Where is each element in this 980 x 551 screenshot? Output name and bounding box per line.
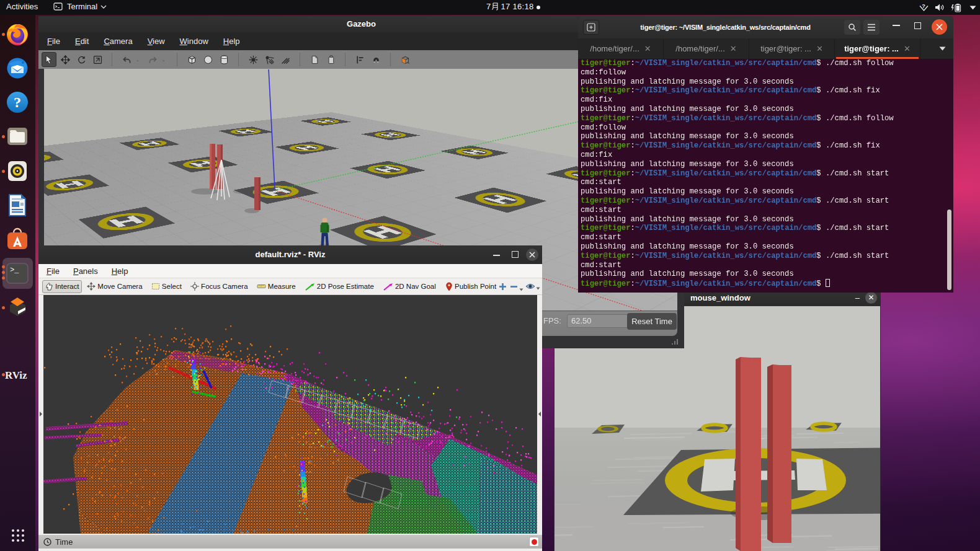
svg-text:?: ?	[922, 3, 925, 9]
svg-text:>_: >_	[10, 266, 19, 275]
svg-text:?: ?	[14, 94, 21, 110]
svg-text:RViz: RViz	[5, 369, 27, 381]
